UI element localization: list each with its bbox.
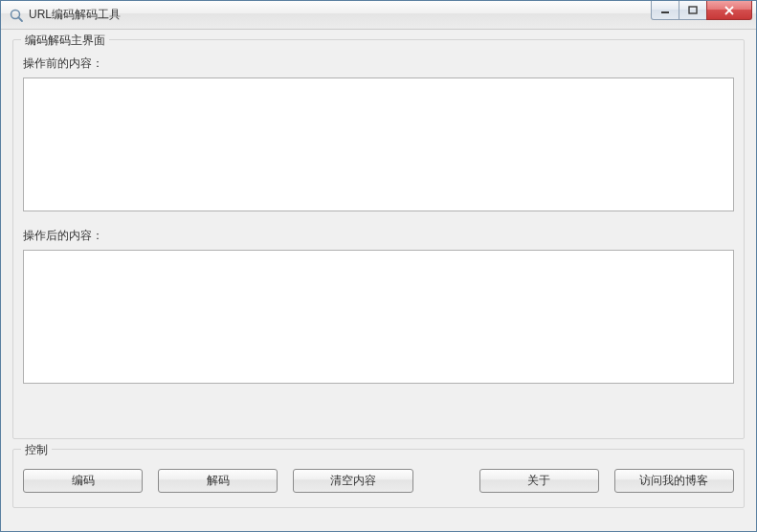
app-window: URL编码解码工具 编码解码主界面 操作前的内容： bbox=[0, 0, 757, 532]
after-label: 操作后的内容： bbox=[23, 228, 734, 244]
decode-button[interactable]: 解码 bbox=[158, 469, 278, 493]
window-controls bbox=[651, 1, 756, 20]
after-section: 操作后的内容： bbox=[23, 228, 734, 387]
main-groupbox: 编码解码主界面 操作前的内容： 操作后的内容： bbox=[12, 39, 745, 439]
minimize-button[interactable] bbox=[651, 1, 679, 20]
close-button[interactable] bbox=[706, 1, 752, 20]
titlebar[interactable]: URL编码解码工具 bbox=[1, 1, 756, 30]
control-groupbox: 控制 编码 解码 清空内容 关于 访问我的博客 bbox=[12, 449, 745, 508]
maximize-button[interactable] bbox=[679, 1, 707, 20]
client-area: 编码解码主界面 操作前的内容： 操作后的内容： 控制 编码 解码 清空内容 关于 bbox=[1, 30, 756, 531]
before-label: 操作前的内容： bbox=[23, 55, 734, 72]
button-row: 编码 解码 清空内容 关于 访问我的博客 bbox=[23, 469, 734, 493]
before-textarea[interactable] bbox=[23, 78, 734, 211]
svg-rect-2 bbox=[661, 11, 669, 13]
clear-button[interactable]: 清空内容 bbox=[293, 469, 412, 493]
before-section: 操作前的内容： bbox=[23, 55, 734, 214]
svg-line-1 bbox=[18, 17, 22, 21]
visit-blog-button[interactable]: 访问我的博客 bbox=[614, 469, 734, 493]
window-title: URL编码解码工具 bbox=[29, 7, 121, 23]
encode-button[interactable]: 编码 bbox=[23, 469, 143, 493]
button-spacer bbox=[429, 469, 464, 493]
control-group-title: 控制 bbox=[21, 442, 52, 458]
main-group-title: 编码解码主界面 bbox=[21, 33, 109, 49]
app-icon bbox=[9, 8, 24, 23]
after-textarea[interactable] bbox=[23, 250, 734, 384]
about-button[interactable]: 关于 bbox=[479, 469, 599, 493]
svg-rect-3 bbox=[689, 7, 697, 13]
